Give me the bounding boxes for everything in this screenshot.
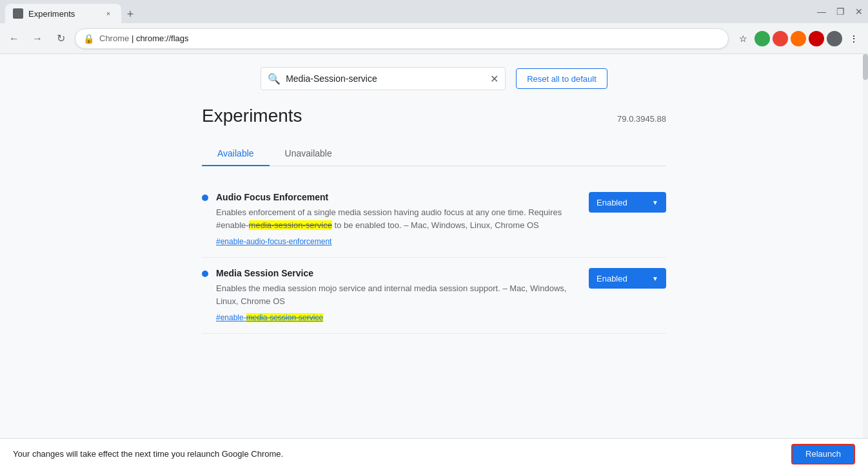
flag-enabled-button[interactable]: Enabled ▼ [589,192,666,213]
address-url: chrome://flags [136,34,189,43]
flag-description: Enables enforcement of a single media se… [216,206,581,231]
scrollbar-thumb[interactable] [863,54,868,80]
tab-favicon [13,8,23,19]
ext3-icon[interactable] [791,31,806,46]
dropdown-arrow-icon: ▼ [652,275,658,282]
toolbar-icons: ☆ ⋮ [734,30,863,48]
maximize-button[interactable]: ❐ [836,6,845,17]
flag-desc-text2: to be enabled too. – Mac, Windows, Linux… [332,220,539,230]
flag-dot [202,195,208,201]
ext4-icon[interactable] [809,31,824,46]
reload-button[interactable]: ↻ [52,30,70,48]
menu-button[interactable]: ⋮ [845,30,863,48]
flag-enabled-button[interactable]: Enabled ▼ [589,268,666,289]
enabled-label: Enabled [597,274,627,283]
link-highlight: media-session-service [246,313,323,322]
close-button[interactable]: ✕ [855,6,863,17]
page-title: Experiments [202,106,302,126]
flag-body: Audio Focus Enforcement Enables enforcem… [216,192,581,247]
tab-area: Experiments × + [5,0,817,23]
ext1-icon[interactable] [755,31,770,46]
main-content: 🔍 Media-Session-service ✕ Reset all to d… [0,54,868,438]
minimize-button[interactable]: — [817,6,826,17]
bottom-bar: Your changes will take effect the next t… [0,438,868,469]
search-area: 🔍 Media-Session-service ✕ Reset all to d… [261,67,607,90]
flag-desc-text: Enables the media session mojo service a… [216,283,566,306]
relaunch-button[interactable]: Relaunch [791,444,855,464]
flag-name: Audio Focus Enforcement [216,192,581,202]
link-prefix: #enable- [216,313,246,322]
dropdown-arrow-icon: ▼ [652,199,658,206]
avatar-icon[interactable] [827,31,842,46]
experiments-container: Experiments 79.0.3945.88 Available Unava… [202,106,666,334]
window-controls: — ❐ ✕ [817,6,863,17]
tab-unavailable[interactable]: Unavailable [270,142,348,166]
address-bar: ← → ↻ 🔒 Chrome | chrome://flags ☆ ⋮ [0,23,868,54]
flag-item-media-session: Media Session Service Enables the media … [202,258,666,334]
search-icon: 🔍 [268,73,281,85]
bottom-message: Your changes will take effect the next t… [13,449,283,459]
flag-name: Media Session Service [216,268,581,278]
enabled-label: Enabled [597,198,627,207]
address-input[interactable]: 🔒 Chrome | chrome://flags [75,28,729,49]
tabs-row: Available Unavailable [202,142,666,166]
address-text: Chrome | chrome://flags [99,34,720,43]
ext2-icon[interactable] [773,31,788,46]
bookmark-icon[interactable]: ☆ [734,30,752,48]
flag-dot [202,271,208,277]
flag-control: Enabled ▼ [589,192,666,213]
address-brand: Chrome [99,34,129,43]
flag-link[interactable]: #enable-audio-focus-enforcement [216,237,331,246]
scrollbar-track[interactable] [863,54,868,438]
flag-body: Media Session Service Enables the media … [216,268,581,323]
experiments-header: Experiments 79.0.3945.88 [202,106,666,126]
back-button[interactable]: ← [5,30,23,48]
search-box[interactable]: 🔍 Media-Session-service ✕ [261,67,506,90]
version-text: 79.0.3945.88 [617,114,666,124]
active-tab[interactable]: Experiments × [5,4,121,23]
search-input[interactable]: Media-Session-service [286,73,485,84]
tab-available[interactable]: Available [202,142,270,166]
security-icon: 🔒 [83,34,94,44]
reset-all-button[interactable]: Reset all to default [516,68,607,89]
title-bar: Experiments × + — ❐ ✕ [0,0,868,23]
flag-link[interactable]: #enable-media-session-service [216,313,323,322]
flag-item-audio-focus: Audio Focus Enforcement Enables enforcem… [202,182,666,258]
tab-close-button[interactable]: × [103,8,113,19]
flag-description: Enables the media session mojo service a… [216,282,581,307]
search-clear-button[interactable]: ✕ [490,73,498,85]
forward-button[interactable]: → [28,30,46,48]
new-tab-button[interactable]: + [121,5,139,23]
flag-highlight1: media-session-service [249,220,332,230]
flag-list: Audio Focus Enforcement Enables enforcem… [202,182,666,334]
flag-control: Enabled ▼ [589,268,666,289]
tab-label: Experiments [28,9,75,19]
